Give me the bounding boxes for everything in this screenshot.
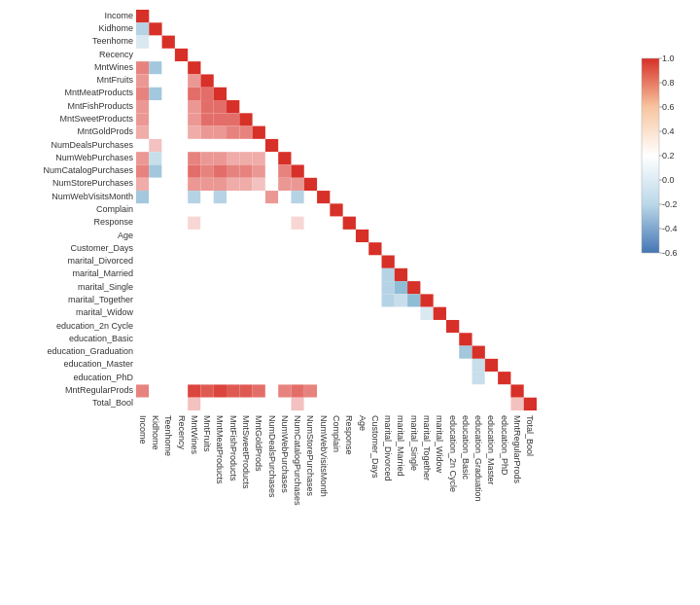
chart-container — [0, 0, 700, 605]
heatmap-canvas — [0, 0, 700, 605]
